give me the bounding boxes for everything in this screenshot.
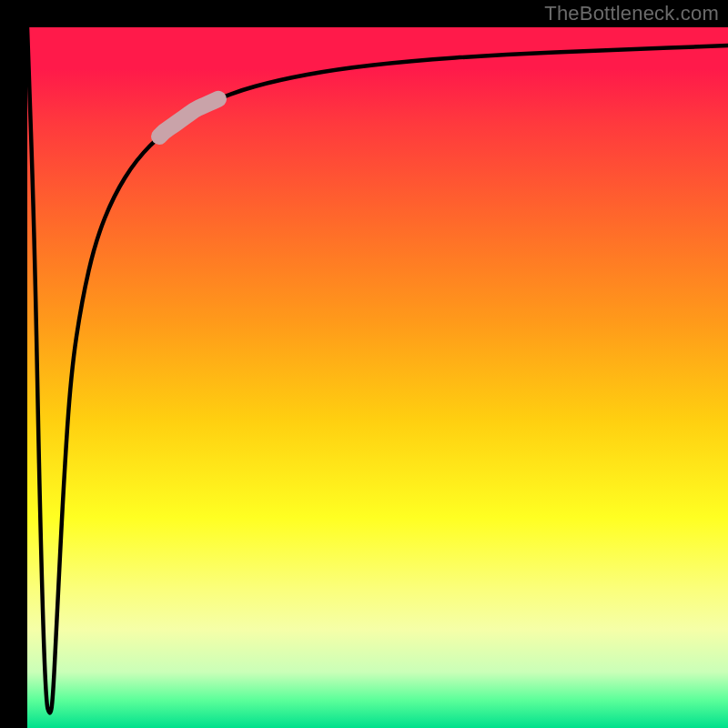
chart-highlight-segment bbox=[159, 99, 218, 136]
chart-curve-path bbox=[27, 27, 728, 713]
chart-plot-area bbox=[27, 27, 728, 728]
attribution-label: TheBottleneck.com bbox=[544, 2, 719, 25]
chart-curve-svg bbox=[27, 27, 728, 728]
